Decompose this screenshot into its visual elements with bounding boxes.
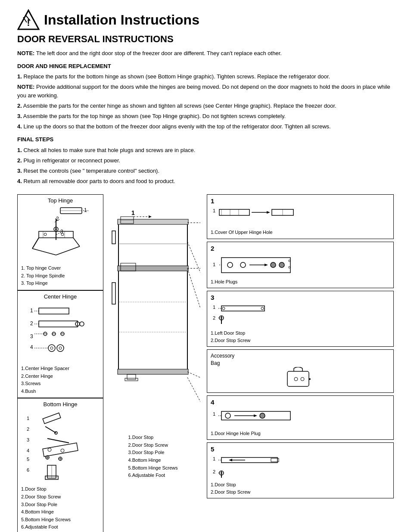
svg-point-39 xyxy=(50,347,53,349)
svg-point-57 xyxy=(48,448,51,451)
svg-text:1: 1 xyxy=(131,209,135,216)
center-diagram: 1 xyxy=(103,194,202,532)
svg-rect-69 xyxy=(118,268,187,371)
step-fs-4: 4. Return all removable door parts to do… xyxy=(17,177,394,186)
detail-4-label: 1.Door Hinge Hole Plug xyxy=(211,430,390,437)
svg-point-15 xyxy=(44,233,47,236)
svg-point-104 xyxy=(240,262,246,268)
top-hinge-box: Top Hinge 1 2 3 xyxy=(17,194,103,290)
svg-text:1: 1 xyxy=(30,308,33,314)
note-text: The left door and the right door stop of… xyxy=(36,50,282,56)
svg-point-31 xyxy=(80,322,84,326)
step-fs-3: 3. Reset the controls (see " temperature… xyxy=(17,167,394,175)
svg-line-85 xyxy=(187,242,200,283)
door-hinge-section: DOOR AND HINGE REPLACEMENT 1. Replace th… xyxy=(17,62,394,131)
svg-point-131 xyxy=(225,413,230,418)
svg-line-53 xyxy=(45,426,56,433)
svg-point-41 xyxy=(59,347,62,349)
note-block: NOTE: The left door and the right door s… xyxy=(17,49,394,58)
warning-icon: ! xyxy=(17,9,40,31)
accessory-bag-box: AccessoryBag xyxy=(207,349,394,393)
svg-rect-93 xyxy=(219,209,249,215)
bottom-hinge-title: Bottom Hinge xyxy=(21,401,100,408)
svg-marker-133 xyxy=(254,414,257,417)
detail-4-number: 4 xyxy=(211,398,390,406)
diagrams-area: Top Hinge 1 2 3 xyxy=(17,194,394,532)
svg-text:1: 1 xyxy=(27,416,29,421)
detail-3-number: 3 xyxy=(211,294,390,301)
accessory-bag-title: AccessoryBag xyxy=(211,352,390,367)
final-steps-heading: FINAL STEPS xyxy=(17,135,394,144)
step-fs-1: 1. Check all holes to make sure that hol… xyxy=(17,146,394,155)
svg-rect-114 xyxy=(221,306,265,311)
svg-marker-77 xyxy=(149,215,152,218)
svg-rect-29 xyxy=(39,321,78,327)
svg-text:4: 4 xyxy=(27,448,29,453)
detail-4-svg: 1 xyxy=(211,407,297,429)
svg-point-103 xyxy=(227,262,233,268)
svg-line-20 xyxy=(56,246,80,255)
svg-text:o: o xyxy=(288,258,290,263)
svg-point-40 xyxy=(57,345,64,352)
svg-text:1: 1 xyxy=(213,411,215,417)
step-fs-2: 2. Plug in refrigerator or reconnect pow… xyxy=(17,156,394,165)
detail-2-label: 1.Hole Plugs xyxy=(211,278,390,286)
svg-line-19 xyxy=(32,249,56,255)
svg-marker-106 xyxy=(265,264,268,266)
svg-line-18 xyxy=(73,238,80,246)
svg-rect-81 xyxy=(118,369,188,374)
svg-text:3: 3 xyxy=(27,437,29,442)
left-diagrams: Top Hinge 1 2 3 xyxy=(17,194,103,532)
svg-text:2: 2 xyxy=(213,315,215,320)
detail-box-5: 5 1 2 1.Doo xyxy=(207,442,394,498)
main-title: Installation Instructions xyxy=(44,12,199,28)
bottom-hinge-svg: 1 2 3 4 5 6 xyxy=(21,409,100,482)
sub-title: DOOR REVERSAL INSTRUCTIONS xyxy=(17,34,394,45)
svg-point-108 xyxy=(279,262,284,268)
svg-point-11 xyxy=(55,228,57,230)
accessory-bag-svg xyxy=(283,367,318,389)
step-dh-4: 4. Line up the doors so that the bottom … xyxy=(17,122,394,131)
svg-rect-78 xyxy=(118,266,188,271)
right-diagrams: 1 1 1.Cover Of Upper Hinge Hole 2 xyxy=(202,194,394,532)
svg-text:1: 1 xyxy=(213,208,215,213)
detail-3-label: 1.Left Door Stop 2.Door Stop Screw xyxy=(211,330,390,344)
step-dh-1: 1. Replace the parts for the bottom hing… xyxy=(17,72,394,81)
top-hinge-labels: 1. Top hinge Cover 2. Top Hinge Spindle … xyxy=(21,264,100,287)
svg-text:3: 3 xyxy=(30,333,33,339)
svg-point-115 xyxy=(222,307,225,310)
detail-3-svg: 1 2 xyxy=(211,302,297,328)
detail-box-4: 4 1 1.Door Hinge Hole Plug xyxy=(207,395,394,440)
svg-text:2: 2 xyxy=(30,320,33,327)
detail-1-label: 1.Cover Of Upper Hinge Hole xyxy=(211,229,390,236)
center-hinge-box: Center Hinge 1 2 3 4 xyxy=(17,290,103,398)
svg-text:1: 1 xyxy=(213,456,215,461)
svg-text:6: 6 xyxy=(27,467,29,473)
svg-line-88 xyxy=(187,377,200,410)
svg-marker-98 xyxy=(267,211,270,214)
svg-point-128 xyxy=(309,378,311,380)
svg-rect-28 xyxy=(39,308,69,314)
detail-2-svg: 1 o o xyxy=(211,253,297,277)
bottom-hinge-box: Bottom Hinge 1 2 3 4 5 6 xyxy=(17,398,103,532)
svg-point-127 xyxy=(301,377,304,381)
detail-box-2: 2 1 o o 1.Hole Plugs xyxy=(207,242,394,289)
detail-5-svg: 1 2 xyxy=(211,454,297,480)
center-hinge-title: Center Hinge xyxy=(21,293,100,300)
step-dh-2: 2. Assemble the parts for the center hin… xyxy=(17,102,394,110)
svg-point-107 xyxy=(271,262,276,268)
bottom-hinge-labels: 1.Door Stop 2.Door Stop Screw 3.Door Sto… xyxy=(21,485,100,531)
svg-line-86 xyxy=(187,268,200,321)
detail-1-number: 1 xyxy=(211,197,390,205)
svg-text:2: 2 xyxy=(27,426,29,432)
svg-rect-71 xyxy=(112,283,115,304)
detail-box-3: 3 1 2 1.Left Door Stop 2.Door xyxy=(207,291,394,347)
step-dh-note: NOTE: Provide additional support for the… xyxy=(17,83,394,100)
bottom-legend: 1.Door Stop 2.Door Stop Screw 3.Door Sto… xyxy=(128,434,178,479)
svg-point-58 xyxy=(61,449,64,452)
svg-marker-140 xyxy=(229,459,232,461)
detail-box-1: 1 1 1.Cover Of Upper Hinge Hole xyxy=(207,194,394,239)
svg-rect-70 xyxy=(112,231,115,244)
svg-point-126 xyxy=(294,377,298,381)
fridge-svg: 1 xyxy=(106,207,200,431)
